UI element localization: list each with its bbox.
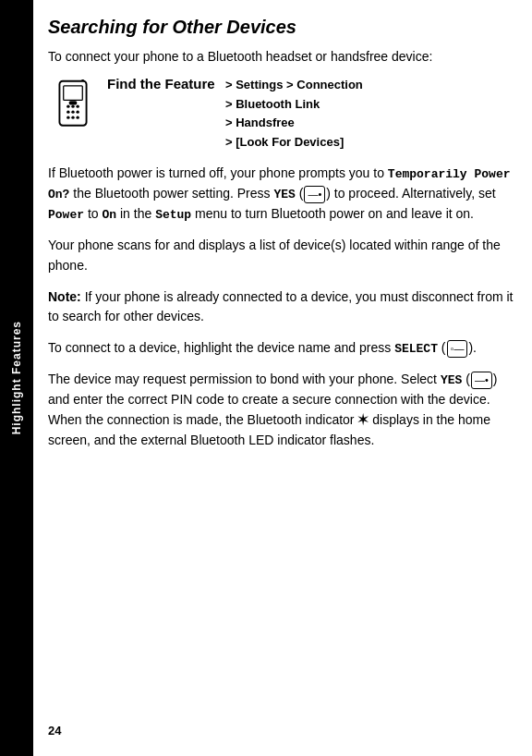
svg-point-6	[71, 110, 74, 113]
path-line-4: > [Look For Devices]	[225, 133, 363, 152]
body-paragraph-4: The device may request permission to bon…	[48, 370, 514, 450]
find-feature-label: Find the Feature	[107, 76, 218, 91]
body-paragraph-3: To connect to a device, highlight the de…	[48, 338, 514, 359]
sidebar-label: Highlight Features	[10, 321, 23, 434]
svg-point-7	[76, 110, 79, 113]
feature-row: Find the Feature > Settings > Connection…	[48, 76, 514, 151]
svg-rect-11	[69, 101, 78, 104]
sidebar: Highlight Features	[0, 0, 33, 756]
find-feature-path: > Settings > Connection > Bluetooth Link…	[225, 76, 363, 151]
select-label: SELECT	[394, 342, 438, 356]
yes-label-2: YES	[441, 373, 462, 387]
on-label: On	[102, 208, 116, 222]
svg-point-3	[71, 104, 74, 107]
path-line-2: > Bluetooth Link	[225, 95, 363, 114]
svg-point-9	[71, 116, 74, 118]
power-label: Power	[48, 208, 84, 222]
bluetooth-indicator: ✶	[357, 412, 369, 427]
yes-key-2: —•	[471, 372, 492, 389]
find-feature-block: Find the Feature > Settings > Connection…	[107, 76, 514, 151]
svg-point-10	[76, 116, 79, 118]
yes-key-1: —•	[304, 186, 325, 203]
intro-text: To connect your phone to a Bluetooth hea…	[48, 47, 514, 67]
main-content: Searching for Other Devices To connect y…	[33, 0, 532, 756]
note-label: Note:	[48, 289, 81, 304]
path-line-1: > Settings > Connection	[225, 76, 363, 94]
phone-icon-block	[48, 76, 98, 135]
phone-icon	[50, 79, 96, 135]
body-paragraph-1: If Bluetooth power is turned off, your p…	[48, 164, 514, 225]
svg-point-5	[66, 110, 69, 113]
svg-point-2	[66, 104, 69, 107]
note-paragraph: Note: If your phone is already connected…	[48, 287, 514, 327]
select-key: ◦—	[447, 340, 468, 358]
path-line-3: > Handsfree	[225, 114, 363, 132]
body-paragraph-2: Your phone scans for and displays a list…	[48, 236, 514, 275]
page-number: 24	[48, 714, 514, 738]
svg-point-8	[66, 116, 69, 118]
yes-label-1: YES	[273, 188, 295, 201]
page-title: Searching for Other Devices	[48, 17, 514, 38]
setup-label: Setup	[155, 208, 191, 222]
svg-point-4	[76, 104, 79, 107]
svg-rect-1	[64, 86, 83, 100]
